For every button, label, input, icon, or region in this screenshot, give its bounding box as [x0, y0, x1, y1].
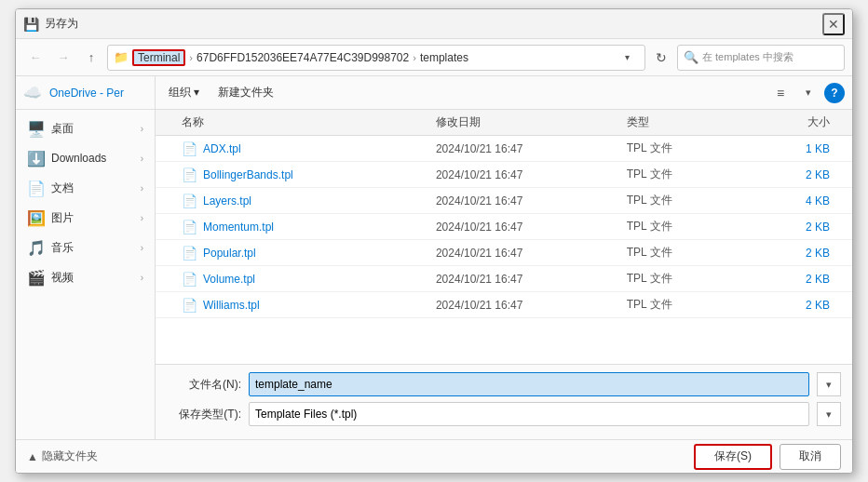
- filetype-label: 保存类型(T):: [167, 407, 241, 422]
- filename-dropdown-btn[interactable]: ▾: [817, 372, 841, 396]
- file-icon: 📄: [182, 298, 197, 313]
- help-button[interactable]: ?: [824, 83, 845, 103]
- file-type: TPL 文件: [627, 219, 753, 234]
- filetype-input[interactable]: [249, 402, 809, 426]
- sidebar-arrow-desktop: ›: [141, 124, 143, 134]
- file-icon: 📄: [182, 246, 197, 261]
- address-bar[interactable]: Terminal › 67D6FFD152036EE74A77E4C39D998…: [107, 45, 645, 71]
- sidebar-label-desktop: 桌面: [51, 121, 74, 137]
- file-icon: 📄: [182, 220, 197, 234]
- filetype-dropdown-btn[interactable]: ▾: [817, 402, 841, 426]
- file-name: Popular.tpl: [203, 247, 256, 260]
- sidebar-item-documents[interactable]: 📄 文档 ›: [16, 173, 155, 203]
- filename-input[interactable]: [249, 372, 809, 396]
- file-type: TPL 文件: [627, 297, 753, 313]
- header-size: 大小: [753, 114, 845, 130]
- toolbar-left: 组织 ▾ 新建文件夹: [163, 83, 279, 102]
- main-area: ☁️ OneDrive - Per 🖥️ 桌面 › ⬇️ Downloads ›…: [16, 76, 852, 439]
- title-icon: 💾: [23, 17, 39, 32]
- forward-button[interactable]: →: [51, 46, 75, 70]
- sidebar-label-downloads: Downloads: [51, 152, 106, 165]
- desktop-icon: 🖥️: [27, 120, 44, 138]
- title-bar: 💾 另存为 ✕: [16, 9, 852, 39]
- table-row[interactable]: 📄Williams.tpl 2024/10/21 16:47 TPL 文件 2 …: [156, 292, 852, 318]
- file-size: 2 KB: [753, 221, 845, 234]
- sidebar-item-videos[interactable]: 🎬 视频 ›: [16, 262, 155, 292]
- sidebar-item-desktop[interactable]: 🖥️ 桌面 ›: [16, 114, 155, 143]
- file-name: ADX.tpl: [203, 142, 241, 155]
- file-list: 名称 修改日期 类型 大小 📄ADX.tpl 2024/10/21 16:47 …: [156, 110, 852, 364]
- sidebar-arrow-videos: ›: [141, 273, 143, 283]
- organize-button[interactable]: 组织 ▾: [163, 83, 205, 102]
- refresh-button[interactable]: ↻: [649, 46, 673, 70]
- table-row[interactable]: 📄BollingerBands.tpl 2024/10/21 16:47 TPL…: [156, 162, 852, 188]
- table-row[interactable]: 📄ADX.tpl 2024/10/21 16:47 TPL 文件 1 KB: [156, 136, 852, 162]
- footer-buttons: 保存(S) 取消: [694, 444, 841, 470]
- file-type: TPL 文件: [627, 245, 753, 261]
- back-button[interactable]: ←: [23, 46, 47, 70]
- pictures-icon: 🖼️: [27, 209, 44, 227]
- filetype-row: 保存类型(T): ▾: [167, 402, 841, 426]
- file-date: 2024/10/21 16:47: [436, 273, 627, 286]
- address-sep-2: ›: [413, 52, 416, 63]
- dialog-title: 另存为: [45, 16, 78, 32]
- hide-folders-toggle[interactable]: ▲ 隐藏文件夹: [27, 449, 98, 464]
- header-name: 名称: [163, 114, 436, 130]
- hide-folders-label: 隐藏文件夹: [42, 449, 98, 464]
- header-date: 修改日期: [436, 114, 627, 130]
- file-type: TPL 文件: [627, 141, 753, 156]
- file-date: 2024/10/21 16:47: [436, 194, 627, 208]
- title-bar-left: 💾 另存为: [23, 16, 78, 32]
- address-segment-templates: templates: [420, 51, 468, 64]
- sidebar-item-downloads[interactable]: ⬇️ Downloads ›: [16, 143, 155, 173]
- file-icon: 📄: [182, 272, 197, 287]
- file-type: TPL 文件: [627, 167, 753, 182]
- sidebar-label-documents: 文档: [51, 181, 74, 196]
- sidebar-item-pictures[interactable]: 🖼️ 图片 ›: [16, 203, 155, 233]
- file-date: 2024/10/21 16:47: [436, 142, 627, 155]
- file-icon: 📄: [182, 167, 197, 182]
- close-button[interactable]: ✕: [822, 13, 845, 35]
- file-date: 2024/10/21 16:47: [436, 299, 627, 312]
- onedrive-label[interactable]: OneDrive - Per: [49, 87, 124, 100]
- bottom-area: 文件名(N): ▾ 保存类型(T): ▾: [156, 364, 852, 439]
- cloud-icon: ☁️: [23, 84, 42, 101]
- file-date: 2024/10/21 16:47: [436, 168, 627, 181]
- new-folder-button[interactable]: 新建文件夹: [212, 83, 279, 102]
- sidebar-section: 🖥️ 桌面 › ⬇️ Downloads › 📄 文档 › 🖼️ 图片: [16, 110, 155, 296]
- filename-label: 文件名(N):: [167, 377, 241, 393]
- cancel-button[interactable]: 取消: [780, 444, 841, 470]
- address-dropdown-btn[interactable]: ▾: [615, 46, 639, 70]
- table-row[interactable]: 📄Momentum.tpl 2024/10/21 16:47 TPL 文件 2 …: [156, 214, 852, 240]
- address-toolbar: ← → ↑ Terminal › 67D6FFD152036EE74A77E4C…: [16, 39, 852, 76]
- header-type: 类型: [627, 114, 753, 130]
- table-row[interactable]: 📄Layers.tpl 2024/10/21 16:47 TPL 文件 4 KB: [156, 188, 852, 214]
- file-size: 2 KB: [753, 273, 845, 286]
- documents-icon: 📄: [27, 180, 44, 197]
- file-size: 1 KB: [753, 142, 845, 155]
- file-list-header: 名称 修改日期 类型 大小: [156, 110, 852, 136]
- file-icon: 📄: [182, 194, 197, 208]
- sidebar-header[interactable]: ☁️ OneDrive - Per: [16, 76, 155, 110]
- table-row[interactable]: 📄Popular.tpl 2024/10/21 16:47 TPL 文件 2 K…: [156, 240, 852, 266]
- footer: ▲ 隐藏文件夹 保存(S) 取消: [16, 439, 852, 473]
- address-folder-icon: [114, 50, 129, 64]
- view-list-button[interactable]: ≡: [768, 81, 793, 105]
- save-button[interactable]: 保存(S): [694, 444, 772, 470]
- downloads-icon: ⬇️: [27, 150, 44, 167]
- address-sep-1: ›: [189, 52, 193, 63]
- file-type: TPL 文件: [627, 193, 753, 208]
- sidebar-item-music[interactable]: 🎵 音乐 ›: [16, 233, 155, 262]
- sidebar-label-pictures: 图片: [51, 210, 74, 226]
- content-area: 组织 ▾ 新建文件夹 ≡ ▾ ? 名称 修改日期 类型 大小: [156, 76, 852, 439]
- music-icon: 🎵: [27, 239, 44, 257]
- search-box[interactable]: 🔍 在 templates 中搜索: [677, 45, 845, 71]
- search-icon: 🔍: [684, 50, 698, 64]
- up-button[interactable]: ↑: [79, 46, 103, 70]
- file-type: TPL 文件: [627, 271, 753, 287]
- table-row[interactable]: 📄Volume.tpl 2024/10/21 16:47 TPL 文件 2 KB: [156, 266, 852, 292]
- chevron-down-icon: ▲: [27, 450, 38, 463]
- file-name: BollingerBands.tpl: [203, 168, 293, 181]
- address-segment-hash: 67D6FFD152036EE74A77E4C39D998702: [197, 51, 409, 64]
- view-dropdown-button[interactable]: ▾: [796, 81, 821, 105]
